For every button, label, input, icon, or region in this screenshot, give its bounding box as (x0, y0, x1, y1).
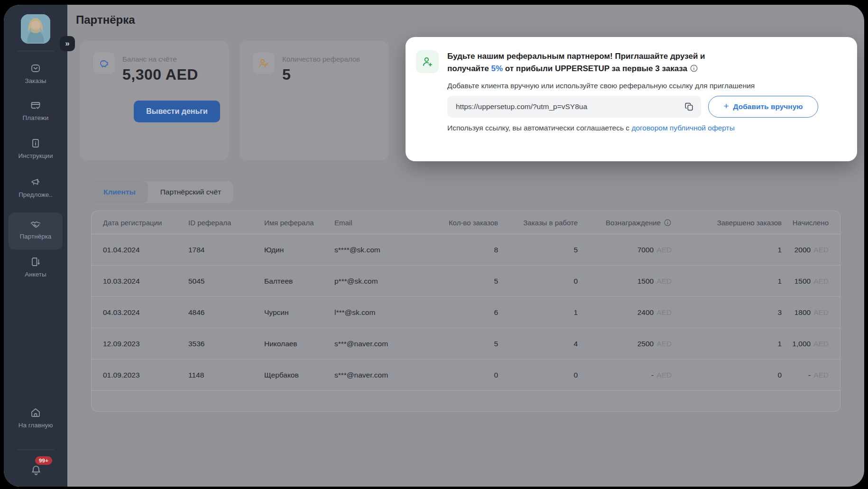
sidebar-item-payments[interactable]: Платежи (4, 100, 67, 121)
table-row: 01.04.2024 1784 Юдин s****@sk.com 8 5 70… (92, 234, 840, 266)
tab-bar: Клиенты Партнёрский счёт (91, 181, 233, 203)
sidebar-item-instructions[interactable]: Инструкции (4, 138, 67, 159)
tab-clients[interactable]: Клиенты (91, 181, 148, 203)
instructions-icon (30, 138, 41, 149)
cell-name: Балтеев (264, 277, 334, 286)
person-check-icon (253, 52, 275, 74)
referrals-label: Количество рефералов (282, 55, 360, 63)
cell-reward: -AED (578, 371, 672, 379)
cell-date: 01.09.2023 (103, 371, 188, 379)
cell-email: s***@naver.com (334, 340, 436, 348)
referral-link-field[interactable]: https://uppersetup.com/?utm_p=vSY8ua (447, 96, 701, 118)
cell-name: Николаев (264, 340, 334, 348)
cell-orders: 5 (436, 340, 498, 348)
avatar-image (21, 14, 50, 44)
col-header-accrued: Начислено (782, 219, 829, 227)
offers-icon (30, 176, 41, 188)
sidebar-item-label: Предложе.. (18, 191, 53, 198)
sidebar-item-orders[interactable]: Заказы (4, 63, 67, 84)
cell-done: 1 (672, 340, 782, 348)
sidebar-item-label: На главную (18, 422, 53, 429)
cell-done: 3 (672, 308, 782, 317)
cell-email: l***@sk.com (334, 308, 436, 317)
referrals-value: 5 (282, 66, 360, 83)
cell-email: p***@sk.com (334, 277, 436, 286)
referrals-table: Дата регистрации ID реферала Имя реферал… (91, 211, 840, 412)
notification-count-badge: 99+ (35, 456, 52, 465)
table-row: 10.03.2024 5045 Балтеев p***@sk.com 5 0 … (92, 266, 840, 297)
referral-description: Добавьте клиента вручную или используйте… (447, 82, 849, 90)
page-title: Партнёрка (76, 13, 135, 27)
copy-icon[interactable] (684, 101, 694, 112)
cell-name: Чурсин (264, 308, 334, 317)
cell-id: 4846 (188, 308, 264, 317)
legal-note: Используя ссылку, вы автоматически согла… (447, 124, 849, 132)
col-header-id: ID реферала (188, 219, 264, 227)
table-row: 12.09.2023 3536 Николаев s***@naver.com … (92, 328, 840, 360)
sidebar: Заказы Платежи Инструкции (4, 5, 67, 487)
table-row: 04.03.2024 4846 Чурсин l***@sk.com 6 1 2… (92, 297, 840, 328)
cell-done: 1 (672, 246, 782, 254)
cell-orders: 6 (436, 308, 498, 317)
table-row: 01.09.2023 1148 Щербаков s***@naver.com … (92, 360, 840, 391)
cell-email: s***@naver.com (334, 371, 436, 379)
cell-reward: 1500AED (578, 277, 672, 286)
info-icon[interactable] (690, 64, 698, 73)
partnership-icon (30, 218, 41, 230)
cell-accrued: -AED (782, 371, 829, 379)
app-window: Заказы Платежи Инструкции (4, 5, 864, 487)
balance-label: Баланс на счёте (122, 55, 198, 63)
home-icon (30, 407, 41, 418)
bell-icon (30, 464, 42, 476)
cell-in-work: 0 (498, 277, 578, 286)
balance-value: 5,300 AED (122, 66, 198, 83)
cell-id: 3536 (188, 340, 264, 348)
tab-partner-account[interactable]: Партнёрский счёт (148, 181, 233, 203)
cell-orders: 5 (436, 277, 498, 286)
sidebar-item-label: Заказы (25, 77, 46, 84)
referral-panel: Будьте нашим реферальным партнером! Приг… (406, 37, 857, 161)
orders-icon (30, 63, 41, 74)
cell-accrued: 1800AED (782, 308, 829, 317)
chevron-right-icon: » (65, 39, 69, 48)
sidebar-item-partnership[interactable]: Партнёрка (4, 218, 67, 240)
cell-accrued: 1,000AED (782, 340, 829, 348)
person-add-icon (416, 50, 439, 73)
cell-date: 04.03.2024 (103, 308, 188, 317)
cell-id: 1784 (188, 246, 264, 254)
cell-date: 10.03.2024 (103, 277, 188, 286)
avatar[interactable] (21, 14, 50, 44)
cell-done: 1 (672, 277, 782, 286)
percent-highlight: 5% (491, 64, 503, 73)
cell-name: Щербаков (264, 371, 334, 379)
col-header-in-work: Заказы в работе (498, 219, 578, 227)
cell-id: 5045 (188, 277, 264, 286)
forms-icon (30, 256, 41, 268)
sidebar-item-offers[interactable]: Предложе.. (4, 176, 67, 198)
cell-reward: 7000AED (578, 246, 672, 254)
referral-link-value: https://uppersetup.com/?utm_p=vSY8ua (456, 102, 684, 111)
cell-reward: 2500AED (578, 340, 672, 348)
sidebar-item-home[interactable]: На главную (4, 407, 67, 429)
col-header-date: Дата регистрации (103, 219, 188, 227)
sidebar-expand-button[interactable]: » (60, 36, 75, 51)
cell-accrued: 2000AED (782, 246, 829, 254)
withdraw-button[interactable]: Вывести деньги (134, 101, 220, 122)
balance-card: Баланс на счёте 5,300 AED Вывести деньги (80, 41, 229, 160)
add-manually-button[interactable]: + Добавить вручную (708, 96, 818, 118)
sidebar-divider-bottom (17, 450, 54, 450)
public-offer-link[interactable]: договором публичной оферты (631, 124, 734, 132)
cell-date: 12.09.2023 (103, 340, 188, 348)
cell-orders: 0 (436, 371, 498, 379)
sidebar-item-label: Партнёрка (20, 233, 52, 240)
cell-date: 01.04.2024 (103, 246, 188, 254)
cell-done: 0 (672, 371, 782, 379)
info-icon[interactable] (664, 219, 672, 227)
payments-icon (30, 100, 41, 111)
cell-in-work: 1 (498, 308, 578, 317)
notifications-bell[interactable] (30, 464, 42, 476)
sidebar-item-label: Инструкции (18, 152, 53, 159)
cell-orders: 8 (436, 246, 498, 254)
sidebar-item-forms[interactable]: Анкеты (4, 256, 67, 278)
cell-accrued: 1500AED (782, 277, 829, 286)
